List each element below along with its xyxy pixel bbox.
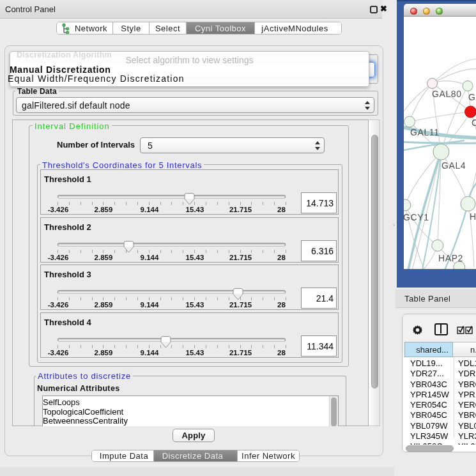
svg-text:GCY1: GCY1 bbox=[404, 212, 429, 222]
svg-text:C: C bbox=[472, 118, 476, 128]
svg-text:GAL4: GAL4 bbox=[441, 160, 466, 171]
svg-text:GAL11: GAL11 bbox=[410, 127, 440, 137]
svg-text:H: H bbox=[470, 211, 476, 222]
svg-text:GAL80: GAL80 bbox=[432, 89, 462, 99]
svg-text:HAP2: HAP2 bbox=[438, 253, 463, 263]
svg-text:GA: GA bbox=[468, 92, 476, 102]
